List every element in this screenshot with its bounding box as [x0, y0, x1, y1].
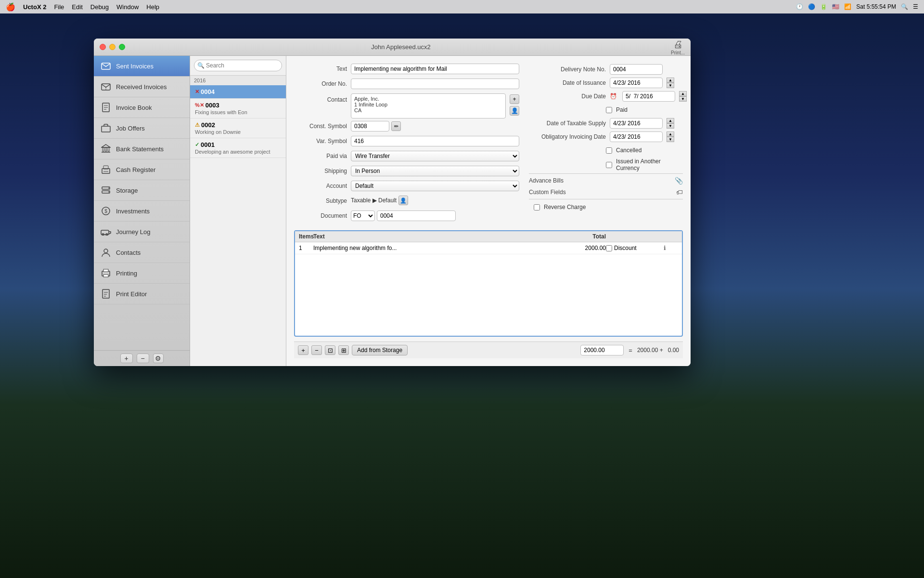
menubar-right: 🕐 🔵 🔋 🇺🇸 📶 Sat 5:55:54 PM 🔍 ☰ — [796, 3, 918, 10]
sidebar-item-contacts[interactable]: Contacts — [94, 242, 190, 263]
issued-currency-checkbox[interactable] — [606, 162, 612, 168]
col-disc-header — [606, 233, 664, 240]
invoice-item-0003[interactable]: %✕ 0003 Fixing issues with Eon — [190, 99, 286, 118]
discount-checkbox[interactable] — [606, 245, 612, 251]
contact-box: Apple, Inc. 1 Infinite Loop CA — [351, 93, 506, 118]
list-icon[interactable]: ☰ — [913, 3, 918, 10]
add-item-button[interactable]: + — [298, 345, 308, 355]
copy-item-button[interactable]: ⊡ — [325, 345, 335, 355]
add-sidebar-item-button[interactable]: + — [120, 354, 133, 363]
date-taxable-input[interactable] — [610, 118, 663, 129]
subtype-edit-button[interactable]: 👤 — [398, 196, 408, 205]
row-action[interactable]: ℹ — [664, 245, 678, 251]
menu-window[interactable]: Window — [116, 3, 139, 11]
obligatory-down[interactable]: ▼ — [667, 137, 674, 142]
add-from-storage-button[interactable]: Add from Storage — [352, 345, 408, 355]
paid-checkbox[interactable] — [606, 107, 612, 113]
obligatory-up[interactable]: ▲ — [667, 131, 674, 137]
sidebar-item-cash-register[interactable]: Cash Register — [94, 159, 190, 180]
delivery-note-input[interactable] — [610, 64, 663, 75]
apple-menu[interactable]: 🍎 — [6, 2, 15, 12]
col-action-header — [664, 233, 678, 240]
custom-fields-icon[interactable]: 🏷 — [676, 188, 683, 196]
sidebar-item-received-invoices[interactable]: Received Invoices — [94, 77, 190, 97]
total-display: 2000.00 + — [637, 347, 663, 354]
due-date-row: Due Date ⏰ ▲ ▼ — [529, 91, 683, 102]
date-issuance-stepper: ▲ ▼ — [667, 78, 674, 88]
date-taxable-down[interactable]: ▼ — [667, 123, 674, 129]
reverse-charge-row: Reverse Charge — [534, 201, 683, 213]
const-symbol-row: Const. Symbol ✏ — [294, 121, 519, 133]
grid-button[interactable]: ⊞ — [338, 345, 349, 355]
date-issuance-down[interactable]: ▼ — [667, 83, 674, 88]
delivery-note-label: Delivery Note No. — [529, 66, 606, 73]
sidebar-item-invoice-book[interactable]: Invoice Book — [94, 97, 190, 118]
due-date-input[interactable] — [622, 91, 675, 102]
shipping-select[interactable]: In Person Post Courier — [351, 166, 519, 176]
sidebar-item-print-editor[interactable]: Print Editor — [94, 284, 190, 304]
app-name[interactable]: UctoX 2 — [23, 3, 46, 11]
minimize-button[interactable] — [109, 44, 116, 50]
inv-0003-status-icon: %✕ — [195, 102, 204, 108]
sidebar-item-printing[interactable]: Printing — [94, 263, 190, 284]
subtotal-input[interactable] — [580, 345, 624, 355]
contact-row: Contact Apple, Inc. 1 Infinite Loop CA +… — [294, 93, 519, 118]
sidebar-item-storage[interactable]: Storage — [94, 180, 190, 201]
cancelled-checkbox[interactable] — [606, 147, 612, 154]
due-date-up[interactable]: ▲ — [679, 91, 687, 96]
const-symbol-input[interactable] — [351, 121, 389, 131]
sent-invoices-label: Sent Invoices — [116, 63, 154, 70]
printing-icon — [101, 268, 111, 278]
advance-bills-icon[interactable]: 📎 — [675, 177, 683, 184]
svg-point-25 — [104, 249, 108, 253]
search-icon: 🔍 — [197, 62, 205, 69]
menu-help[interactable]: Help — [146, 3, 159, 11]
sidebar-item-investments[interactable]: $ Investments — [94, 201, 190, 222]
menu-edit[interactable]: Edit — [72, 3, 82, 11]
invoice-item-0004[interactable]: ✕ 0004 — [190, 85, 286, 99]
items-section: Items Text Total 1 Implementing new algo… — [294, 230, 683, 337]
inv-0004-number: 0004 — [201, 88, 215, 95]
sidebar-item-job-offers[interactable]: Job Offers — [94, 118, 190, 139]
menu-debug[interactable]: Debug — [90, 3, 109, 11]
maximize-button[interactable] — [119, 44, 125, 50]
menu-file[interactable]: File — [54, 3, 64, 11]
journey-log-icon — [101, 226, 111, 237]
invoice-item-0002[interactable]: ⚠ 0002 Working on Downie — [190, 118, 286, 138]
sidebar-item-journey-log[interactable]: Journey Log — [94, 222, 190, 242]
obligatory-input[interactable] — [610, 131, 663, 142]
close-button[interactable] — [100, 44, 106, 50]
equals-sign: = — [627, 347, 634, 354]
var-symbol-input[interactable] — [351, 136, 519, 146]
paid-via-select[interactable]: Wire Transfer Cash Card — [351, 151, 519, 161]
invoice-item-0001[interactable]: ✓ 0001 Developing an awesome project — [190, 138, 286, 158]
date-taxable-up[interactable]: ▲ — [667, 118, 674, 123]
print-editor-icon — [101, 289, 111, 299]
due-date-down[interactable]: ▼ — [679, 96, 687, 102]
remove-sidebar-item-button[interactable]: − — [137, 354, 149, 363]
sidebar-item-bank-statements[interactable]: Bank Statements — [94, 139, 190, 159]
subtype-row: Subtype Taxable ▶ Default 👤 — [294, 196, 519, 208]
add-contact-button[interactable]: + — [510, 94, 519, 104]
reverse-charge-checkbox[interactable] — [534, 204, 540, 210]
job-offers-icon — [101, 123, 111, 133]
search-menubar-icon[interactable]: 🔍 — [901, 3, 908, 10]
traffic-lights — [100, 44, 125, 50]
remove-item-button[interactable]: − — [311, 345, 322, 355]
view-contact-button[interactable]: 👤 — [510, 106, 519, 116]
paid-row: Paid — [606, 104, 683, 116]
order-no-input[interactable] — [351, 79, 519, 89]
sidebar-item-sent-invoices[interactable]: Sent Invoices — [94, 56, 190, 77]
document-prefix-select[interactable]: FO — [351, 210, 375, 221]
date-issuance-up[interactable]: ▲ — [667, 78, 674, 83]
svg-rect-28 — [103, 275, 108, 277]
sidebar-settings-button[interactable]: ⚙ — [153, 354, 164, 363]
text-input[interactable] — [351, 64, 519, 74]
document-number-input[interactable] — [377, 210, 456, 221]
search-input[interactable] — [194, 60, 282, 71]
journey-log-label: Journey Log — [116, 228, 151, 236]
date-issuance-input[interactable] — [610, 78, 663, 88]
print-button[interactable]: 🖨 Print... — [671, 39, 685, 55]
account-select[interactable]: Default Secondary — [351, 181, 519, 191]
const-symbol-edit-button[interactable]: ✏ — [391, 121, 401, 131]
